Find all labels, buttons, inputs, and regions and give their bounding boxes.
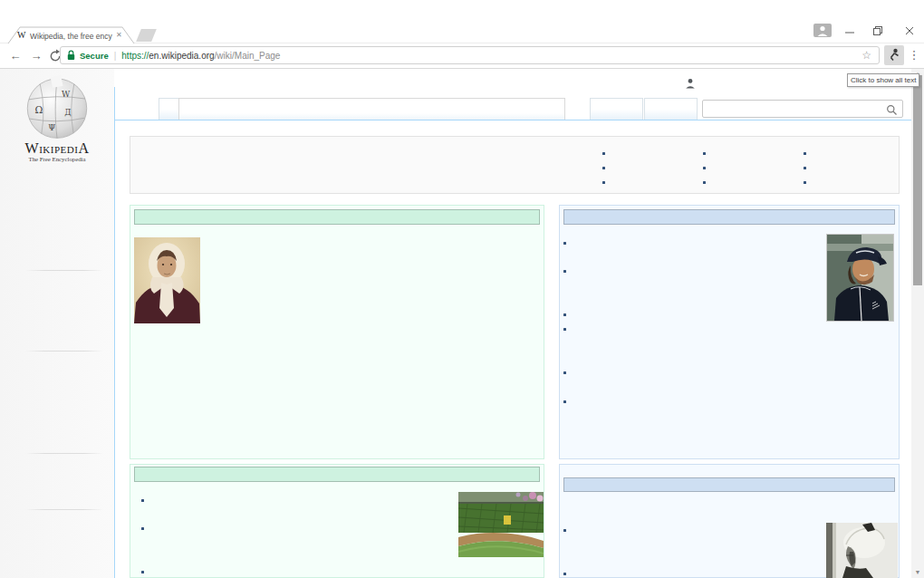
welcome-banner — [130, 136, 900, 194]
url-domain: en.wikipedia.org — [149, 51, 214, 61]
address-bar[interactable]: Secure | https://en.wikipedia.org/wiki/M… — [60, 46, 880, 64]
content-top-rule — [114, 120, 911, 120]
sidebar-section-divider — [25, 509, 103, 510]
sidebar-section-divider — [25, 453, 103, 454]
svg-text:Ω: Ω — [34, 104, 43, 116]
did-you-know-header-bar — [134, 467, 540, 482]
wiki-search-button[interactable] — [886, 103, 898, 120]
browser-menu-button[interactable]: ⋮ — [908, 47, 920, 63]
scrollbar-down-button[interactable]: ▼ — [911, 567, 924, 578]
scrollbar-thumb[interactable] — [913, 75, 922, 285]
security-label: Secure — [80, 51, 109, 61]
close-icon — [903, 24, 916, 37]
wikipedia-wordmark: WikipediA — [0, 140, 114, 157]
tab-namespace-wide[interactable] — [178, 98, 565, 120]
wikipedia-logo[interactable]: Ω W Д Ψ — [20, 74, 94, 143]
url-text: https://en.wikipedia.org/wiki/Main_Page — [121, 51, 280, 61]
svg-text:W: W — [62, 90, 71, 99]
browser-window: W Wikipedia, the free ency ✕ ← → Secure … — [0, 0, 924, 578]
otd-image-turban-portrait[interactable] — [826, 523, 898, 578]
svg-text:Ψ: Ψ — [48, 123, 55, 132]
url-separator: | — [114, 51, 117, 61]
secure-padlock-icon — [66, 50, 76, 62]
url-scheme: https:// — [121, 51, 149, 61]
wikipedia-tagline: The Free Encyclopedia — [0, 156, 114, 162]
hide-text-extension-icon — [884, 45, 904, 65]
tab-view-1[interactable] — [590, 98, 643, 120]
magnifier-icon — [886, 104, 898, 116]
svg-text:Д: Д — [64, 108, 71, 117]
user-login-icon — [685, 78, 696, 89]
wikipedia-globe-icon: Ω W Д Ψ — [20, 74, 94, 140]
back-button[interactable]: ← — [7, 48, 24, 64]
in-the-news-header-bar — [563, 209, 895, 225]
title-bar — [0, 0, 924, 27]
dyk-image-ballpark[interactable] — [458, 492, 544, 557]
restore-button[interactable] — [871, 24, 884, 37]
news-image-golfer[interactable] — [826, 234, 894, 322]
content-left-rule — [114, 87, 115, 578]
bookmark-star-button[interactable]: ☆ — [861, 49, 871, 62]
restore-icon — [871, 24, 884, 37]
user-login-button[interactable] — [685, 76, 696, 92]
tab-close-button[interactable]: ✕ — [116, 31, 122, 39]
on-this-day-header-bar — [563, 477, 895, 492]
featured-article-image[interactable] — [134, 237, 200, 323]
tab-main-page[interactable] — [159, 98, 179, 120]
tab-title: Wikipedia, the free ency — [30, 32, 113, 42]
forward-button[interactable]: → — [28, 48, 44, 64]
wiki-search-input[interactable] — [702, 100, 903, 118]
extension-tooltip: Click to show all text — [847, 73, 919, 87]
wikipedia-favicon: W — [17, 30, 25, 40]
person-avatar-icon — [813, 24, 832, 37]
sidebar-section-divider — [25, 351, 103, 352]
minimize-button[interactable] — [843, 24, 856, 37]
hide-text-extension-button[interactable] — [884, 45, 904, 65]
url-path: /wiki/Main_Page — [215, 51, 281, 61]
tab-view-2[interactable] — [644, 98, 698, 120]
profile-avatar-button[interactable] — [813, 24, 832, 37]
featured-article-header-bar — [134, 209, 540, 225]
close-window-button[interactable] — [903, 24, 916, 37]
minimize-icon — [843, 24, 856, 37]
sidebar-section-divider — [25, 270, 103, 271]
